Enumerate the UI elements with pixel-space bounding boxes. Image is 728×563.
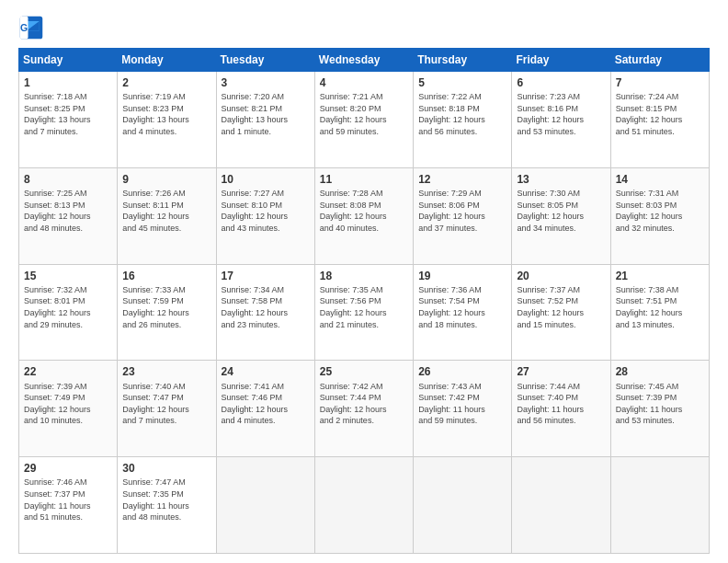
day-info: Sunrise: 7:46 AM Sunset: 7:37 PM Dayligh…	[24, 477, 112, 523]
day-info: Sunrise: 7:32 AM Sunset: 8:01 PM Dayligh…	[24, 284, 112, 330]
day-info: Sunrise: 7:47 AM Sunset: 7:35 PM Dayligh…	[122, 477, 210, 523]
day-cell	[512, 457, 610, 554]
day-info: Sunrise: 7:27 AM Sunset: 8:10 PM Dayligh…	[222, 188, 310, 234]
week-row-3: 15Sunrise: 7:32 AM Sunset: 8:01 PM Dayli…	[19, 264, 710, 361]
day-number: 5	[418, 75, 506, 90]
day-info: Sunrise: 7:29 AM Sunset: 8:06 PM Dayligh…	[418, 188, 506, 234]
day-info: Sunrise: 7:39 AM Sunset: 7:49 PM Dayligh…	[24, 381, 112, 427]
day-cell: 1Sunrise: 7:18 AM Sunset: 8:25 PM Daylig…	[19, 72, 118, 168]
day-info: Sunrise: 7:45 AM Sunset: 7:39 PM Dayligh…	[616, 381, 704, 427]
header: G	[18, 15, 710, 40]
day-number: 9	[122, 172, 210, 187]
day-info: Sunrise: 7:44 AM Sunset: 7:40 PM Dayligh…	[517, 381, 605, 427]
calendar-table: SundayMondayTuesdayWednesdayThursdayFrid…	[18, 48, 710, 554]
day-cell: 25Sunrise: 7:42 AM Sunset: 7:44 PM Dayli…	[314, 361, 413, 457]
week-row-4: 22Sunrise: 7:39 AM Sunset: 7:49 PM Dayli…	[19, 361, 710, 457]
day-info: Sunrise: 7:21 AM Sunset: 8:20 PM Dayligh…	[320, 91, 408, 137]
day-info: Sunrise: 7:35 AM Sunset: 7:56 PM Dayligh…	[320, 284, 408, 330]
col-header-tuesday: Tuesday	[216, 49, 314, 72]
day-number: 12	[418, 172, 506, 187]
day-info: Sunrise: 7:28 AM Sunset: 8:08 PM Dayligh…	[320, 188, 408, 234]
day-cell: 16Sunrise: 7:33 AM Sunset: 7:59 PM Dayli…	[118, 264, 216, 361]
day-number: 29	[24, 461, 112, 476]
day-number: 20	[517, 269, 605, 283]
day-number: 3	[222, 75, 310, 90]
day-number: 8	[24, 172, 112, 187]
day-cell: 10Sunrise: 7:27 AM Sunset: 8:10 PM Dayli…	[216, 167, 314, 264]
day-number: 25	[320, 364, 408, 379]
day-cell: 18Sunrise: 7:35 AM Sunset: 7:56 PM Dayli…	[314, 264, 413, 361]
day-cell: 28Sunrise: 7:45 AM Sunset: 7:39 PM Dayli…	[610, 361, 709, 457]
day-cell: 23Sunrise: 7:40 AM Sunset: 7:47 PM Dayli…	[118, 361, 216, 457]
day-number: 24	[222, 364, 310, 379]
day-number: 18	[320, 269, 408, 283]
page: G SundayMondayTuesdayWednesdayThursdayFr…	[0, 0, 728, 563]
day-cell: 27Sunrise: 7:44 AM Sunset: 7:40 PM Dayli…	[512, 361, 610, 457]
day-number: 17	[222, 269, 310, 283]
day-info: Sunrise: 7:31 AM Sunset: 8:03 PM Dayligh…	[616, 188, 704, 234]
day-cell: 29Sunrise: 7:46 AM Sunset: 7:37 PM Dayli…	[19, 457, 118, 554]
day-cell: 14Sunrise: 7:31 AM Sunset: 8:03 PM Dayli…	[610, 167, 709, 264]
day-cell: 19Sunrise: 7:36 AM Sunset: 7:54 PM Dayli…	[414, 264, 512, 361]
day-cell: 26Sunrise: 7:43 AM Sunset: 7:42 PM Dayli…	[414, 361, 512, 457]
day-number: 11	[320, 172, 408, 187]
day-cell: 24Sunrise: 7:41 AM Sunset: 7:46 PM Dayli…	[216, 361, 314, 457]
day-info: Sunrise: 7:24 AM Sunset: 8:15 PM Dayligh…	[616, 91, 704, 137]
svg-text:G: G	[20, 22, 28, 33]
day-number: 16	[122, 269, 210, 283]
day-info: Sunrise: 7:40 AM Sunset: 7:47 PM Dayligh…	[122, 381, 210, 427]
day-number: 14	[616, 172, 704, 187]
day-cell: 3Sunrise: 7:20 AM Sunset: 8:21 PM Daylig…	[216, 72, 314, 168]
day-info: Sunrise: 7:43 AM Sunset: 7:42 PM Dayligh…	[418, 381, 506, 427]
day-cell: 6Sunrise: 7:23 AM Sunset: 8:16 PM Daylig…	[512, 72, 610, 168]
day-cell: 4Sunrise: 7:21 AM Sunset: 8:20 PM Daylig…	[314, 72, 413, 168]
day-info: Sunrise: 7:38 AM Sunset: 7:51 PM Dayligh…	[616, 284, 704, 330]
logo-icon: G	[18, 15, 44, 40]
week-row-1: 1Sunrise: 7:18 AM Sunset: 8:25 PM Daylig…	[19, 72, 710, 168]
day-cell: 21Sunrise: 7:38 AM Sunset: 7:51 PM Dayli…	[610, 264, 709, 361]
day-number: 13	[517, 172, 605, 187]
day-cell: 12Sunrise: 7:29 AM Sunset: 8:06 PM Dayli…	[414, 167, 512, 264]
col-header-sunday: Sunday	[19, 49, 118, 72]
day-number: 7	[616, 75, 704, 90]
day-cell: 9Sunrise: 7:26 AM Sunset: 8:11 PM Daylig…	[118, 167, 216, 264]
day-info: Sunrise: 7:22 AM Sunset: 8:18 PM Dayligh…	[418, 91, 506, 137]
day-number: 23	[122, 364, 210, 379]
day-info: Sunrise: 7:37 AM Sunset: 7:52 PM Dayligh…	[517, 284, 605, 330]
day-info: Sunrise: 7:25 AM Sunset: 8:13 PM Dayligh…	[24, 188, 112, 234]
day-number: 30	[122, 461, 210, 476]
day-cell: 5Sunrise: 7:22 AM Sunset: 8:18 PM Daylig…	[414, 72, 512, 168]
day-info: Sunrise: 7:23 AM Sunset: 8:16 PM Dayligh…	[517, 91, 605, 137]
day-info: Sunrise: 7:18 AM Sunset: 8:25 PM Dayligh…	[24, 91, 112, 137]
day-number: 4	[320, 75, 408, 90]
col-header-friday: Friday	[512, 49, 610, 72]
day-info: Sunrise: 7:20 AM Sunset: 8:21 PM Dayligh…	[222, 91, 310, 137]
day-info: Sunrise: 7:30 AM Sunset: 8:05 PM Dayligh…	[517, 188, 605, 234]
day-cell: 8Sunrise: 7:25 AM Sunset: 8:13 PM Daylig…	[19, 167, 118, 264]
day-cell: 22Sunrise: 7:39 AM Sunset: 7:49 PM Dayli…	[19, 361, 118, 457]
col-header-thursday: Thursday	[414, 49, 512, 72]
day-cell: 30Sunrise: 7:47 AM Sunset: 7:35 PM Dayli…	[118, 457, 216, 554]
day-number: 19	[418, 269, 506, 283]
day-number: 2	[122, 75, 210, 90]
day-cell: 17Sunrise: 7:34 AM Sunset: 7:58 PM Dayli…	[216, 264, 314, 361]
logo: G	[18, 15, 48, 40]
day-number: 22	[24, 364, 112, 379]
day-cell: 2Sunrise: 7:19 AM Sunset: 8:23 PM Daylig…	[118, 72, 216, 168]
day-number: 21	[616, 269, 704, 283]
day-number: 15	[24, 269, 112, 283]
day-cell: 7Sunrise: 7:24 AM Sunset: 8:15 PM Daylig…	[610, 72, 709, 168]
day-number: 10	[222, 172, 310, 187]
day-info: Sunrise: 7:36 AM Sunset: 7:54 PM Dayligh…	[418, 284, 506, 330]
day-cell: 15Sunrise: 7:32 AM Sunset: 8:01 PM Dayli…	[19, 264, 118, 361]
week-row-2: 8Sunrise: 7:25 AM Sunset: 8:13 PM Daylig…	[19, 167, 710, 264]
day-number: 27	[517, 364, 605, 379]
day-cell	[216, 457, 314, 554]
day-number: 1	[24, 75, 112, 90]
col-header-saturday: Saturday	[610, 49, 709, 72]
day-number: 26	[418, 364, 506, 379]
day-cell	[414, 457, 512, 554]
day-cell: 20Sunrise: 7:37 AM Sunset: 7:52 PM Dayli…	[512, 264, 610, 361]
col-header-monday: Monday	[118, 49, 216, 72]
day-info: Sunrise: 7:42 AM Sunset: 7:44 PM Dayligh…	[320, 381, 408, 427]
